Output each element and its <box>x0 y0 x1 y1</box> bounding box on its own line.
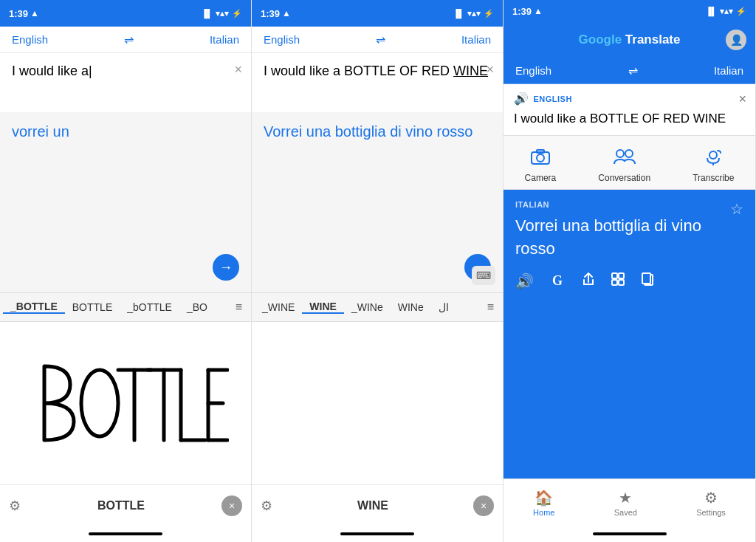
svg-rect-19 <box>619 273 624 278</box>
bottom-clear-btn-1[interactable]: × <box>221 495 242 516</box>
input-area-1[interactable]: I would like a| × <box>0 53 251 112</box>
conversation-feature[interactable]: Conversation <box>598 148 650 183</box>
keyboard-icon-2[interactable]: ⌨ <box>472 266 495 285</box>
google-word: Google <box>579 32 622 47</box>
source-lang-label: 🔊 ENGLISH <box>514 92 745 106</box>
clear-input-btn-1[interactable]: × <box>234 62 242 78</box>
conversation-icon <box>613 148 636 170</box>
settings-nav-label: Settings <box>696 508 726 517</box>
target-lang-btn-2[interactable]: Italian <box>461 33 491 46</box>
source-lang-btn-1[interactable]: English <box>12 33 48 46</box>
translation-area-2: Vorrei una bottiglia di vino rosso → ⌨ <box>252 112 503 292</box>
settings-icon-1[interactable]: ⚙ <box>9 498 21 514</box>
status-icons-2: ▐▌ ▾▴▾ ⚡ <box>453 9 494 18</box>
swap-icon-1[interactable]: ⇌ <box>124 32 134 47</box>
swap-icon-3[interactable]: ⇌ <box>628 64 638 78</box>
suggestions-bar-1: _BOTTLE BOTTLE _bOTTLE _BO ≡ <box>0 292 251 322</box>
wifi-icon-3: ▾▴▾ <box>720 7 733 16</box>
bottom-word-1: BOTTLE <box>21 499 221 512</box>
google-icon[interactable]: G <box>549 272 566 290</box>
wifi-icon-2: ▾▴▾ <box>467 9 481 18</box>
result-lang-label: ITALIAN <box>515 200 743 209</box>
wifi-icon-1: ▾▴▾ <box>216 9 229 18</box>
suggestion-4-2[interactable]: ال <box>431 301 456 313</box>
input-text-2: I would like a BOTTLE OF RED WINE <box>264 62 491 80</box>
svg-rect-18 <box>612 273 617 278</box>
suggestion-1-2[interactable]: WINE <box>302 301 344 314</box>
handwriting-area-2[interactable] <box>252 322 503 484</box>
more-suggestions-2[interactable]: ≡ <box>481 301 500 314</box>
bottom-clear-btn-2[interactable]: × <box>473 495 494 516</box>
input-area-2[interactable]: I would like a BOTTLE OF RED WINE × <box>252 53 503 112</box>
clear-input-btn-2[interactable]: × <box>486 62 494 78</box>
share-icon[interactable] <box>581 272 596 290</box>
source-lang-btn-3[interactable]: English <box>515 64 551 77</box>
svg-rect-21 <box>619 280 624 285</box>
status-bar-3: 1:39 ▲ ▐▌ ▾▴▾ ⚡ <box>504 0 755 22</box>
location-icon-3: ▲ <box>534 6 543 16</box>
status-icons-1: ▐▌ ▾▴▾ ⚡ <box>201 9 242 18</box>
home-indicator-2 <box>252 526 503 542</box>
home-indicator-3 <box>504 526 755 542</box>
star-btn[interactable]: ☆ <box>730 200 743 218</box>
suggestion-0-1[interactable]: _BOTTLE <box>3 301 65 314</box>
copy-icon[interactable] <box>640 272 655 290</box>
camera-icon <box>530 148 551 170</box>
transcribe-label: Transcribe <box>693 173 734 183</box>
target-lang-btn-1[interactable]: Italian <box>210 33 239 46</box>
svg-point-0 <box>81 370 118 436</box>
handwriting-svg-1 <box>22 344 229 462</box>
svg-rect-23 <box>642 273 650 284</box>
nav-saved[interactable]: ★ Saved <box>614 489 637 517</box>
bottom-bar-2: ⚙ WINE × <box>252 484 503 526</box>
signal-icon-3: ▐▌ <box>705 7 717 16</box>
swap-icon-2[interactable]: ⇌ <box>376 32 385 47</box>
transcribe-icon <box>703 148 724 170</box>
location-icon-1: ▲ <box>30 8 39 18</box>
home-nav-label: Home <box>533 508 554 517</box>
status-bar-2: 1:39 ▲ ▐▌ ▾▴▾ ⚡ <box>252 0 503 27</box>
volume-icon-source[interactable]: 🔊 <box>514 92 529 106</box>
lang-bar-3: English ⇌ Italian <box>504 58 755 84</box>
translation-text-1: vorrei un <box>12 121 239 142</box>
status-bar-1: 1:39 ▲ ▐▌ ▾▴▾ ⚡ <box>0 0 251 27</box>
close-source-btn[interactable]: × <box>738 92 746 107</box>
camera-feature[interactable]: Camera <box>525 148 557 183</box>
result-text: Vorrei una bottiglia di vino rosso <box>515 215 743 261</box>
nav-settings[interactable]: ⚙ Settings <box>696 489 726 517</box>
panel-handwriting: 1:39 ▲ ▐▌ ▾▴▾ ⚡ English ⇌ Italian I woul… <box>0 0 252 542</box>
expand-icon[interactable] <box>611 272 625 290</box>
transcribe-feature[interactable]: Transcribe <box>693 148 734 183</box>
source-lang-btn-2[interactable]: English <box>264 33 300 46</box>
title-bar: Google Translate 👤 <box>504 22 755 58</box>
panel-full-sentence: 1:39 ▲ ▐▌ ▾▴▾ ⚡ English ⇌ Italian I woul… <box>252 0 504 542</box>
bottom-nav: 🏠 Home ★ Saved ⚙ Settings <box>504 478 755 526</box>
suggestion-3-1[interactable]: _BO <box>179 301 215 313</box>
signal-icon-2: ▐▌ <box>453 9 464 18</box>
bottom-bar-1: ⚙ BOTTLE × <box>0 484 251 526</box>
user-avatar[interactable]: 👤 <box>726 30 746 50</box>
suggestion-0-2[interactable]: _WINE <box>255 301 302 313</box>
battery-icon-2: ⚡ <box>484 9 494 18</box>
lang-bar-1: English ⇌ Italian <box>0 27 251 53</box>
volume-result-icon[interactable]: 🔊 <box>515 272 534 290</box>
handwriting-area-1[interactable] <box>0 322 251 484</box>
suggestion-3-2[interactable]: WINe <box>391 301 431 313</box>
panel-google-translate: 1:39 ▲ ▐▌ ▾▴▾ ⚡ Google Translate 👤 Engli… <box>504 0 756 542</box>
source-area[interactable]: 🔊 ENGLISH I would like a BOTTLE OF RED W… <box>504 84 755 135</box>
time-3: 1:39 ▲ <box>512 6 543 17</box>
target-lang-btn-3[interactable]: Italian <box>714 64 743 77</box>
lang-bar-2: English ⇌ Italian <box>252 27 503 53</box>
arrow-btn-1[interactable]: → <box>213 254 239 281</box>
nav-home[interactable]: 🏠 Home <box>533 489 554 517</box>
translation-text-2: Vorrei una bottiglia di vino rosso <box>264 121 491 142</box>
time-1: 1:39 ▲ <box>9 8 39 19</box>
settings-icon-2[interactable]: ⚙ <box>261 498 272 514</box>
suggestion-2-2[interactable]: _WINe <box>344 301 391 313</box>
suggestion-1-1[interactable]: BOTTLE <box>65 301 120 313</box>
suggestions-bar-2: _WINE WINE _WINe WINe ال ≡ <box>252 292 503 322</box>
settings-nav-icon: ⚙ <box>704 489 718 507</box>
more-suggestions-1[interactable]: ≡ <box>230 301 248 314</box>
source-text: I would like a BOTTLE OF RED WINE <box>514 110 745 128</box>
suggestion-2-1[interactable]: _bOTTLE <box>120 301 179 313</box>
